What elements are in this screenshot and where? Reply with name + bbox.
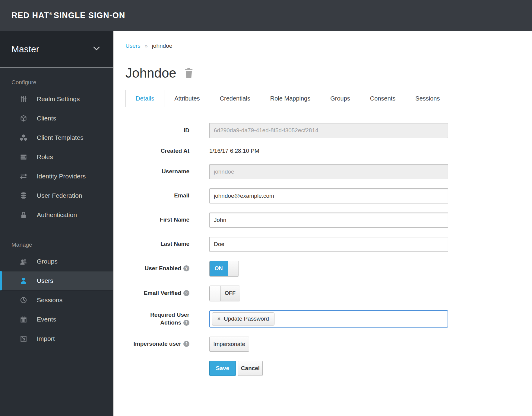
sidebar-item-events[interactable]: Events <box>0 310 113 329</box>
cube-icon <box>19 115 28 122</box>
required-actions-label-line1: Required User <box>125 311 189 319</box>
created-at-label: Created At <box>125 147 189 155</box>
sidebar-nav: Configure Realm Settings Clients <box>0 75 113 348</box>
toggle-handle <box>228 261 239 276</box>
sidebar-item-label: Authentication <box>37 211 77 219</box>
tab-sessions[interactable]: Sessions <box>405 90 450 107</box>
breadcrumb-users-link[interactable]: Users <box>125 43 141 49</box>
form-row-id: ID <box>125 123 532 138</box>
sidebar: Master Configure Realm Settings <box>0 31 114 416</box>
required-actions-label: Required User Actions? <box>125 311 189 327</box>
help-icon[interactable]: ? <box>183 320 189 326</box>
user-enabled-label: User Enabled? <box>125 264 189 273</box>
help-icon[interactable]: ? <box>183 341 189 347</box>
sidebar-item-groups[interactable]: Groups <box>0 252 113 271</box>
brand-name-rest: SINGLE SIGN-ON <box>54 11 125 20</box>
lock-icon <box>19 211 28 219</box>
sidebar-item-label: Sessions <box>37 296 62 304</box>
breadcrumb-separator: » <box>145 43 148 49</box>
breadcrumb: Users » johndoe <box>125 43 532 49</box>
remove-chip-icon[interactable]: × <box>217 316 220 322</box>
sidebar-item-import[interactable]: Import <box>0 329 113 348</box>
required-action-chip: × Update Password <box>212 312 274 325</box>
help-icon[interactable]: ? <box>183 265 189 271</box>
email-verified-label-text: Email Verified <box>144 290 181 296</box>
email-verified-toggle[interactable]: OFF <box>209 286 240 301</box>
tab-consents[interactable]: Consents <box>360 90 406 107</box>
sidebar-item-user-federation[interactable]: User Federation <box>0 186 113 205</box>
tab-attributes[interactable]: Attributes <box>164 90 210 107</box>
sidebar-item-roles[interactable]: Roles <box>0 147 113 167</box>
chip-label: Update Password <box>224 315 269 322</box>
import-icon <box>19 335 28 342</box>
form-row-created-at: Created At 1/16/17 6:28:10 PM <box>125 147 532 155</box>
section-label-manage: Manage <box>0 238 113 252</box>
sidebar-item-client-templates[interactable]: Client Templates <box>0 128 113 147</box>
app-header: RED HAT®SINGLE SIGN-ON <box>0 0 532 31</box>
exchange-icon <box>19 173 28 180</box>
tab-groups[interactable]: Groups <box>320 90 360 107</box>
cancel-button[interactable]: Cancel <box>238 361 263 376</box>
required-actions-label-line2: Actions <box>160 319 181 326</box>
form-row-actions: Save Cancel <box>125 361 532 376</box>
sidebar-item-identity-providers[interactable]: Identity Providers <box>0 167 113 186</box>
email-label: Email <box>125 192 189 200</box>
form-row-impersonate: Impersonate user? Impersonate <box>125 337 532 352</box>
tab-credentials[interactable]: Credentials <box>210 90 260 107</box>
form-row-user-enabled: User Enabled? ON <box>125 261 532 277</box>
sidebar-item-label: Roles <box>37 153 53 161</box>
section-label-configure: Configure <box>0 75 113 89</box>
sidebar-item-sessions[interactable]: Sessions <box>0 290 113 310</box>
username-label: Username <box>125 168 189 176</box>
cubes-icon <box>19 134 28 141</box>
user-enabled-label-text: User Enabled <box>145 265 181 271</box>
id-label: ID <box>125 126 189 135</box>
breadcrumb-current: johndoe <box>152 43 173 49</box>
first-name-label: First Name <box>125 216 189 224</box>
username-field <box>209 164 448 179</box>
roles-icon <box>19 153 28 161</box>
sidebar-item-label: Users <box>37 277 53 284</box>
tab-details[interactable]: Details <box>125 90 164 107</box>
brand-name-bold: RED HAT <box>11 11 49 20</box>
save-button[interactable]: Save <box>209 361 236 376</box>
form-row-required-actions: Required User Actions? × Update Password <box>125 310 532 328</box>
sidebar-item-label: User Federation <box>37 192 82 199</box>
form-row-username: Username <box>125 164 532 179</box>
form-row-first-name: First Name <box>125 213 532 228</box>
toggle-on-label: ON <box>210 261 228 276</box>
tab-bar: Details Attributes Credentials Role Mapp… <box>125 90 531 107</box>
form-row-email: Email <box>125 188 532 203</box>
email-verified-label: Email Verified? <box>125 289 189 297</box>
toggle-handle <box>210 286 220 301</box>
main-content: Users » johndoe Johndoe Details Attribut… <box>114 31 532 416</box>
groups-icon <box>19 258 28 265</box>
user-enabled-toggle[interactable]: ON <box>209 261 239 277</box>
impersonate-label-text: Impersonate user <box>134 341 181 347</box>
first-name-field[interactable] <box>209 213 448 228</box>
last-name-field[interactable] <box>209 237 448 252</box>
toggle-off-label: OFF <box>220 286 240 301</box>
sidebar-item-authentication[interactable]: Authentication <box>0 205 113 225</box>
brand-logo: RED HAT®SINGLE SIGN-ON <box>11 11 125 20</box>
required-actions-input[interactable]: × Update Password <box>209 310 448 328</box>
created-at-value: 1/16/17 6:28:10 PM <box>209 148 259 154</box>
email-field[interactable] <box>209 188 448 203</box>
database-icon <box>19 192 28 199</box>
delete-user-trash-icon[interactable] <box>184 68 193 78</box>
realm-selector[interactable]: Master <box>0 31 113 68</box>
sidebar-item-label: Groups <box>37 258 58 265</box>
tab-role-mappings[interactable]: Role Mappings <box>260 90 320 107</box>
form-row-email-verified: Email Verified? OFF <box>125 286 532 301</box>
sidebar-item-realm-settings[interactable]: Realm Settings <box>0 89 113 109</box>
id-field <box>209 123 448 138</box>
help-icon[interactable]: ? <box>183 290 189 296</box>
sidebar-item-users[interactable]: Users <box>0 271 113 290</box>
clock-icon <box>19 296 28 304</box>
sidebar-item-clients[interactable]: Clients <box>0 109 113 128</box>
user-icon <box>19 277 28 284</box>
impersonate-button[interactable]: Impersonate <box>209 337 249 352</box>
last-name-label: Last Name <box>125 240 189 248</box>
realm-name: Master <box>11 44 39 54</box>
sidebar-item-label: Identity Providers <box>37 173 86 180</box>
